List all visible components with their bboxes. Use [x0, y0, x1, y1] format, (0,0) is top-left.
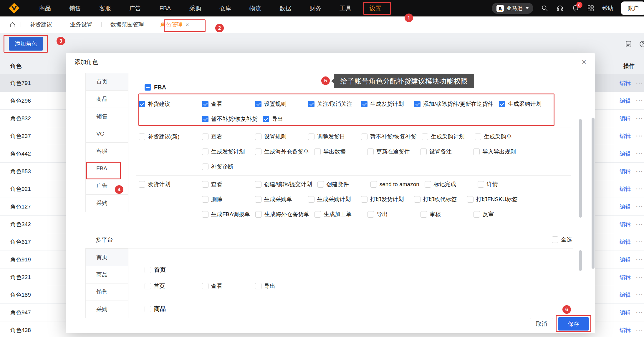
permission-sidebar-item-7[interactable]: 采购: [85, 194, 128, 212]
checkbox-unchecked[interactable]: [139, 134, 145, 140]
checkbox-unchecked[interactable]: [255, 134, 261, 140]
permission-item[interactable]: send to amazon: [370, 181, 425, 188]
permission-item[interactable]: 查看: [202, 133, 255, 141]
permission-sidebar-item-4[interactable]: 客服: [85, 142, 128, 160]
checkbox-unchecked[interactable]: [370, 181, 377, 188]
checkbox-unchecked[interactable]: [367, 149, 374, 155]
permission-item[interactable]: 生成海外仓备货单: [255, 148, 314, 156]
checkbox-unchecked[interactable]: [202, 134, 208, 140]
more-button[interactable]: ···: [636, 256, 643, 263]
checkbox-unchecked[interactable]: [473, 149, 480, 155]
multi-sidebar-item-1[interactable]: 商品: [85, 266, 128, 283]
checkbox-unchecked[interactable]: [145, 267, 151, 273]
marketplace-selector[interactable]: a 亚马逊: [492, 3, 533, 14]
more-button[interactable]: ···: [636, 292, 643, 298]
permission-item[interactable]: 打印FNSKU标签: [467, 196, 523, 203]
cancel-button[interactable]: 取消: [530, 318, 553, 330]
checkbox-checked[interactable]: [308, 101, 314, 107]
edit-button[interactable]: 编辑: [620, 97, 631, 105]
permission-item[interactable]: 调整发货日: [308, 133, 361, 141]
checkbox-checked[interactable]: [499, 101, 505, 107]
help-link[interactable]: 帮助: [602, 4, 613, 12]
checkbox-unchecked[interactable]: [361, 196, 367, 203]
checkbox-unchecked[interactable]: [255, 149, 261, 155]
permission-item[interactable]: 更新在途货件: [367, 148, 420, 156]
permission-item[interactable]: 设置规则: [255, 133, 308, 141]
checkbox-unchecked[interactable]: [314, 149, 321, 155]
permission-item[interactable]: 导入导出规则: [473, 148, 526, 156]
checkbox-checked[interactable]: [202, 101, 208, 107]
nav-item-8[interactable]: 数据: [270, 0, 300, 16]
scrollbar-thumb[interactable]: [579, 119, 582, 218]
edit-button[interactable]: 编辑: [620, 185, 631, 193]
apps-grid-icon[interactable]: [587, 4, 595, 12]
checkbox-unchecked[interactable]: [414, 196, 420, 203]
tab-0[interactable]: 补货建议: [21, 21, 61, 29]
edit-button[interactable]: 编辑: [620, 203, 631, 211]
permission-item[interactable]: 添加/移除货件/更新在途货件: [414, 100, 499, 108]
permission-item[interactable]: 生成海外仓备货单: [255, 211, 314, 218]
checkbox-unchecked[interactable]: [420, 149, 427, 155]
permission-sidebar-item-2[interactable]: 销售: [85, 108, 128, 125]
checkbox-unchecked[interactable]: [317, 181, 324, 188]
checkbox-unchecked[interactable]: [308, 196, 314, 203]
edit-button[interactable]: 编辑: [620, 256, 631, 263]
checkbox-unchecked[interactable]: [367, 211, 374, 218]
permission-item[interactable]: 打印欧代标签: [414, 196, 467, 203]
permission-item[interactable]: 创建货件: [317, 181, 370, 188]
permission-module[interactable]: 发货计划: [136, 177, 202, 192]
nav-item-6[interactable]: 仓库: [210, 0, 240, 16]
edit-button[interactable]: 编辑: [620, 238, 631, 246]
permission-item[interactable]: 首页: [145, 282, 202, 290]
more-button[interactable]: ···: [636, 80, 643, 86]
checkbox-unchecked[interactable]: [255, 211, 262, 218]
checkbox-unchecked[interactable]: [202, 149, 208, 155]
permission-item[interactable]: 生成FBA调拨单: [202, 211, 255, 218]
permission-item[interactable]: 详情: [478, 181, 531, 188]
permission-item[interactable]: 导出数据: [314, 148, 367, 156]
edit-button[interactable]: 编辑: [620, 326, 631, 334]
permission-item[interactable]: 标记完成: [425, 181, 478, 188]
checkbox-unchecked[interactable]: [425, 181, 431, 188]
permission-item[interactable]: 设置备注: [420, 148, 473, 156]
permission-item[interactable]: 查看: [202, 282, 255, 290]
checkbox-unchecked[interactable]: [145, 306, 151, 312]
permission-item[interactable]: 生成发货计划: [202, 148, 255, 156]
permission-item[interactable]: 生成采购计划: [308, 196, 361, 203]
permission-item[interactable]: 生成加工单: [314, 211, 367, 218]
checkbox-unchecked[interactable]: [202, 181, 208, 188]
checkbox-checked[interactable]: [414, 101, 420, 107]
permission-item[interactable]: 查看: [202, 100, 255, 108]
nav-item-11[interactable]: 设置: [360, 0, 390, 16]
add-role-button[interactable]: 添加角色: [9, 37, 43, 51]
edit-button[interactable]: 编辑: [620, 221, 631, 228]
checkbox-checked[interactable]: [139, 101, 145, 107]
permission-module[interactable]: 补货建议: [136, 96, 202, 111]
export-document-icon[interactable]: [625, 40, 633, 49]
permission-item[interactable]: 审核: [420, 211, 474, 218]
checkbox-unchecked[interactable]: [139, 181, 145, 188]
checkbox-unchecked[interactable]: [145, 283, 151, 289]
checkbox-checked[interactable]: [202, 116, 208, 122]
more-button[interactable]: ···: [636, 98, 643, 104]
permission-item[interactable]: 导出: [367, 211, 420, 218]
checkbox-unchecked[interactable]: [308, 134, 314, 140]
modal-scrollbar-thumb[interactable]: [592, 118, 595, 269]
help-circle-icon[interactable]: [639, 40, 644, 49]
more-button[interactable]: ···: [636, 151, 643, 157]
checkbox-unchecked[interactable]: [202, 164, 208, 170]
nav-item-1[interactable]: 销售: [60, 0, 90, 16]
select-all[interactable]: 全选: [552, 236, 573, 243]
checkbox-checked[interactable]: [263, 116, 269, 122]
edit-button[interactable]: 编辑: [620, 132, 631, 140]
more-button[interactable]: ···: [636, 274, 643, 281]
permission-sidebar-item-1[interactable]: 商品: [85, 90, 128, 108]
fba-group-checkbox[interactable]: [145, 84, 151, 91]
checkbox-unchecked[interactable]: [475, 134, 481, 140]
nav-item-7[interactable]: 物流: [240, 0, 270, 16]
close-tab-icon[interactable]: ×: [186, 21, 189, 28]
multi-sidebar-item-0[interactable]: 首页: [85, 248, 128, 266]
checkbox-unchecked[interactable]: [202, 211, 208, 218]
checkbox-unchecked[interactable]: [361, 134, 367, 140]
more-button[interactable]: ···: [636, 309, 643, 316]
